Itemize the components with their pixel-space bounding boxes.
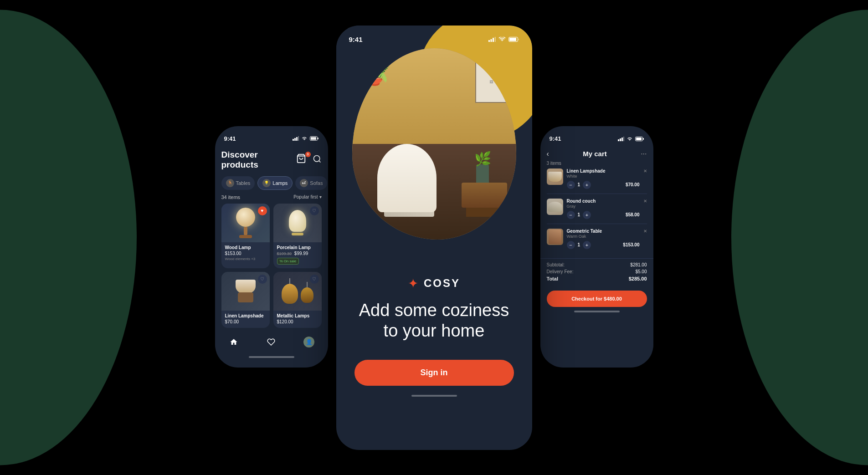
remove-couch[interactable]: ✕: [643, 199, 647, 204]
status-time-2: 9:41: [349, 36, 363, 43]
subtotal-row: Subtotal: $281.00: [547, 262, 647, 267]
qty-minus-table[interactable]: −: [567, 241, 575, 249]
percent-icon: %: [280, 259, 283, 263]
qty-minus-lampshade[interactable]: −: [567, 181, 575, 189]
cart-item-variant-lampshade: White: [567, 174, 640, 179]
wood-lamp-name: Wood Lamp: [225, 245, 266, 250]
porcelain-lamp-name: Porcelain Lamp: [277, 245, 318, 250]
search-button[interactable]: [313, 154, 322, 165]
qty-plus-couch[interactable]: +: [583, 211, 591, 219]
discover-screen: Discover products 3: [215, 146, 328, 328]
fav-linen-lampshade[interactable]: ♡: [258, 275, 267, 284]
linen-lampshade-price: $70.00: [225, 319, 266, 324]
subtotal-value: $281.00: [630, 262, 647, 267]
nav-favorites[interactable]: [264, 335, 278, 349]
linen-lampshade-info: Linen Lampshade $70.00: [221, 311, 270, 328]
cart-item-img-couch: [547, 199, 563, 215]
qty-plus-table[interactable]: +: [583, 241, 591, 249]
qty-num-table: 1: [578, 242, 580, 247]
phone-discover: 9:41 Discover products: [215, 126, 328, 368]
chair-image: [377, 144, 437, 212]
status-icons-2: [488, 37, 519, 42]
items-count: 34 items: [221, 194, 241, 200]
sofas-avatar: 🛋: [300, 179, 308, 187]
item-price-table: $153.00: [623, 242, 639, 247]
category-tables[interactable]: 🪑 Tables: [221, 176, 255, 190]
plant-icon: 🪴: [359, 57, 390, 87]
scene: 9:41 Discover products: [0, 0, 868, 475]
hero-tagline: Add some coziness to your home: [354, 300, 514, 342]
cart-item-name-table: Geometric Table: [567, 229, 640, 234]
on-sale-label: On sale: [284, 259, 297, 263]
lamps-label: Lamps: [272, 180, 288, 186]
battery-icon-1: [310, 136, 319, 142]
wifi-icon-1: [301, 136, 308, 142]
remove-lampshade[interactable]: ✕: [643, 169, 647, 174]
status-bar-1: 9:41: [215, 126, 328, 146]
signal-icon-1: [293, 136, 299, 142]
branches-icon: 🌿: [474, 151, 491, 167]
category-lamps[interactable]: 💡 Lamps: [257, 176, 293, 190]
sort-chevron-icon: ▾: [319, 194, 322, 199]
home-indicator-1: [249, 356, 294, 358]
product-porcelain-lamp[interactable]: ♡ Porcelain Lamp $109.30 $99.99 % On sal…: [273, 204, 322, 268]
fav-porcelain-lamp[interactable]: ♡: [310, 206, 319, 215]
svg-rect-12: [494, 37, 496, 42]
sort-button[interactable]: Popular first ▾: [293, 194, 321, 199]
svg-rect-15: [618, 139, 619, 141]
item-price-couch: $58.00: [626, 212, 640, 217]
fav-wood-lamp[interactable]: ♥: [258, 206, 267, 215]
svg-rect-6: [318, 138, 318, 139]
linen-lampshade-image: ♡: [221, 272, 270, 311]
cart-item-round-couch: Round couch Gray − 1 + $58.00 ✕: [547, 199, 647, 224]
fav-metallic-lamps[interactable]: ♡: [310, 275, 319, 284]
qty-plus-lampshade[interactable]: +: [583, 181, 591, 189]
remove-table[interactable]: ✕: [643, 229, 647, 234]
cart-more-button[interactable]: ···: [641, 150, 647, 158]
home-indicator-2: [411, 395, 457, 397]
signal-icon-2: [488, 37, 496, 42]
cart-item-variant-table: Warm Oak: [567, 234, 640, 239]
product-metallic-lamps[interactable]: ♡ Metallic Lamps $120.00: [273, 272, 322, 328]
metallic-lamps-price: $120.00: [277, 319, 318, 324]
linen-lampshade-name: Linen Lampshade: [225, 313, 266, 318]
qty-minus-couch[interactable]: −: [567, 211, 575, 219]
svg-rect-18: [623, 137, 624, 141]
nav-profile[interactable]: 👤: [302, 335, 316, 349]
cart-button[interactable]: 3: [296, 153, 309, 166]
item-price-lampshade: $70.00: [626, 182, 640, 187]
qty-row-couch: − 1 + $58.00: [567, 211, 640, 219]
signin-button[interactable]: Sign in: [354, 360, 514, 386]
discover-header: Discover products 3: [221, 146, 322, 174]
phone-cart: 9:41 ‹ My cart ··· 3 items Linen Lam: [540, 126, 653, 368]
cart-item-variant-couch: Gray: [567, 204, 640, 209]
cart-item-geometric-table: Geometric Table Warm Oak − 1 + $153.00 ✕: [547, 229, 647, 254]
cart-item-img-table: [547, 229, 563, 245]
wall-art: 🖼: [475, 62, 507, 103]
nav-home[interactable]: [227, 335, 241, 349]
wood-lamp-price: $153.00: [225, 251, 266, 256]
battery-icon-3: [635, 137, 644, 141]
svg-rect-16: [620, 138, 621, 141]
product-wood-lamp[interactable]: ♥ Wood Lamp $153.00 Wood elements +3: [221, 204, 270, 268]
cart-header: ‹ My cart ···: [540, 146, 653, 161]
cart-back-button[interactable]: ‹: [547, 150, 549, 158]
product-linen-lampshade[interactable]: ♡ Linen Lampshade $70.00: [221, 272, 270, 328]
svg-rect-10: [490, 39, 492, 42]
discover-title: Discover products: [221, 150, 296, 170]
metallic-lamps-name: Metallic Lamps: [277, 313, 318, 318]
cart-item-name-lampshade: Linen Lampshade: [567, 169, 640, 174]
cart-title: My cart: [583, 150, 607, 158]
category-sofas[interactable]: 🛋 Sofas: [295, 176, 327, 190]
table-bottom: [466, 208, 503, 217]
home-indicator-3: [574, 311, 620, 312]
qty-row-table: − 1 + $153.00: [567, 241, 640, 249]
metallic-lamps-info: Metallic Lamps $120.00: [273, 311, 322, 328]
bg-blob-left: [0, 0, 219, 475]
wood-lamp-info: Wood Lamp $153.00 Wood elements +3: [221, 242, 270, 265]
checkout-button[interactable]: Checkout for $480.00: [547, 291, 647, 307]
svg-rect-9: [488, 40, 490, 42]
svg-rect-20: [636, 138, 642, 140]
qty-row-lampshade: − 1 + $70.00: [567, 181, 640, 189]
hero-image: 🪴 🌿 🖼: [352, 48, 516, 240]
